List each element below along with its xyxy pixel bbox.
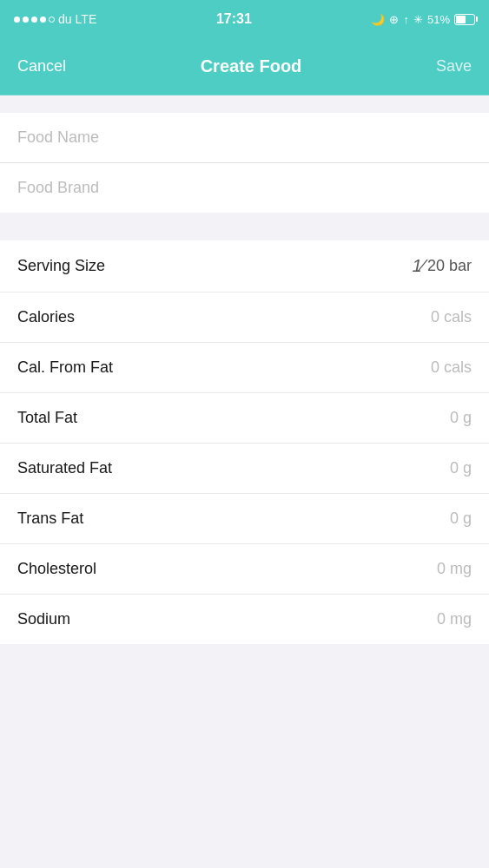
signal-dots — [14, 16, 55, 23]
nutrition-row-trans-fat[interactable]: Trans Fat 0 g — [0, 494, 489, 544]
carrier-label: du — [58, 12, 72, 26]
location-icon: ⊕ — [389, 13, 399, 26]
nav-bar: Cancel Create Food Save — [0, 38, 489, 95]
trans-fat-value: 0 g — [450, 510, 472, 528]
total-fat-value: 0 g — [450, 409, 472, 427]
total-fat-label: Total Fat — [17, 409, 77, 427]
serving-size-label: Serving Size — [17, 257, 105, 275]
cancel-button[interactable]: Cancel — [17, 50, 66, 82]
section-divider — [0, 213, 489, 240]
cal-from-fat-label: Cal. From Fat — [17, 358, 113, 377]
dot-2 — [23, 16, 29, 23]
fraction-icon: 1⁄ — [412, 256, 424, 276]
serving-size-value: 1⁄20 bar — [412, 256, 472, 276]
top-spacer — [0, 95, 489, 104]
sodium-value: 0 mg — [437, 610, 472, 628]
food-name-input[interactable] — [0, 113, 489, 163]
network-label: LTE — [76, 12, 97, 26]
nutrition-row-cholesterol[interactable]: Cholesterol 0 mg — [0, 544, 489, 595]
dot-1 — [14, 16, 20, 23]
status-bar: du LTE 17:31 🌙 ⊕ ↑ ✳ 51% — [0, 0, 489, 38]
trans-fat-label: Trans Fat — [17, 510, 83, 528]
nutrition-row-calories[interactable]: Calories 0 cals — [0, 293, 489, 343]
moon-icon: 🌙 — [371, 13, 385, 26]
status-right: 🌙 ⊕ ↑ ✳ 51% — [371, 13, 475, 26]
saturated-fat-label: Saturated Fat — [17, 459, 112, 477]
cal-from-fat-value: 0 cals — [431, 358, 472, 377]
cholesterol-value: 0 mg — [437, 560, 472, 578]
nutrition-section: Serving Size 1⁄20 bar Calories 0 cals Ca… — [0, 240, 489, 644]
nutrition-row-saturated-fat[interactable]: Saturated Fat 0 g — [0, 444, 489, 494]
save-button[interactable]: Save — [436, 50, 472, 82]
food-form-section — [0, 113, 489, 213]
bluetooth-icon: ✳ — [413, 13, 423, 26]
calories-label: Calories — [17, 308, 75, 326]
calories-value: 0 cals — [431, 308, 472, 326]
battery-percent: 51% — [427, 13, 450, 26]
status-time: 17:31 — [216, 11, 252, 27]
nutrition-row-sodium[interactable]: Sodium 0 mg — [0, 595, 489, 644]
arrow-icon: ↑ — [403, 13, 409, 26]
nutrition-row-serving[interactable]: Serving Size 1⁄20 bar — [0, 240, 489, 293]
saturated-fat-value: 0 g — [450, 459, 472, 477]
food-brand-input[interactable] — [0, 163, 489, 213]
battery-indicator — [454, 14, 475, 25]
nutrition-row-total-fat[interactable]: Total Fat 0 g — [0, 393, 489, 444]
sodium-label: Sodium — [17, 610, 70, 628]
dot-4 — [40, 16, 46, 23]
nutrition-row-cal-from-fat[interactable]: Cal. From Fat 0 cals — [0, 343, 489, 393]
cholesterol-label: Cholesterol — [17, 560, 96, 578]
status-left: du LTE — [14, 12, 96, 26]
page-title: Create Food — [201, 56, 302, 76]
dot-5 — [49, 16, 55, 23]
dot-3 — [31, 16, 37, 23]
